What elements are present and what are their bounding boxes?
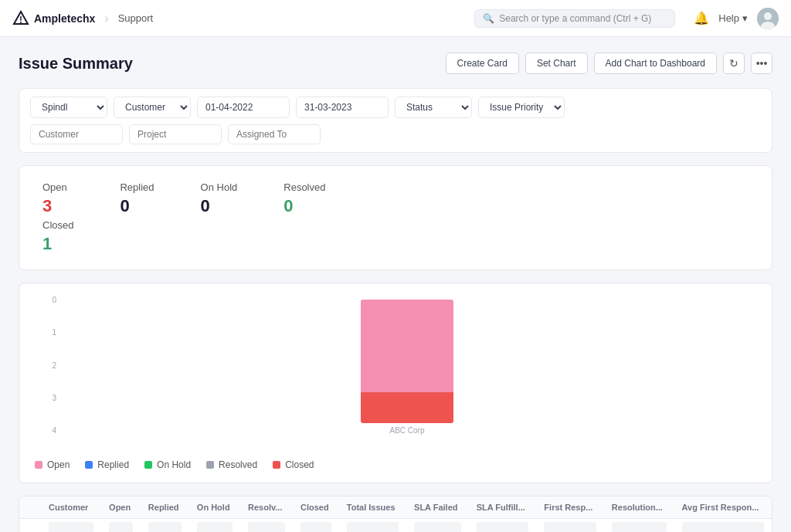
col-customer[interactable]: Customer — [41, 496, 101, 519]
legend-replied: Replied — [85, 459, 129, 470]
y-axis: 4 3 2 1 0 — [35, 296, 56, 435]
bar-label-abccorp: ABC Corp — [389, 426, 424, 435]
nav-separator: › — [104, 12, 108, 25]
assigned-to-input[interactable] — [228, 124, 321, 144]
y-label-1: 1 — [52, 328, 56, 337]
y-label-0: 0 — [52, 296, 56, 304]
more-options-button[interactable]: ••• — [751, 53, 772, 74]
chart-legend: Open Replied On Hold Resolved Closed — [35, 459, 756, 470]
col-num — [19, 496, 41, 519]
stat-resolved-label: Resolved — [283, 181, 325, 193]
table-filter-row — [19, 519, 772, 533]
bar-group-abccorp: ABC Corp — [89, 300, 725, 435]
table-header-row: Customer Open Replied On Hold Resolv... … — [19, 496, 772, 519]
stat-resolved: Resolved 0 — [283, 181, 325, 254]
stat-resolved-value: 0 — [283, 196, 325, 216]
col-resolution[interactable]: Resolution... — [604, 496, 674, 519]
svg-point-4 — [764, 12, 772, 20]
spindl-filter[interactable]: Spindl — [30, 97, 107, 118]
col-replied[interactable]: Replied — [141, 496, 189, 519]
col-onhold[interactable]: On Hold — [189, 496, 240, 519]
svg-point-2 — [20, 22, 22, 23]
page-header: Issue Summary Create Card Set Chart Add … — [19, 53, 772, 74]
data-table: Customer Open Replied On Hold Resolv... … — [19, 496, 772, 532]
help-label: Help — [718, 12, 739, 24]
add-chart-button[interactable]: Add Chart to Dashboard — [594, 53, 717, 74]
legend-label-onhold: On Hold — [157, 459, 191, 470]
brand-logo-icon — [12, 10, 29, 27]
legend-onhold: On Hold — [144, 459, 191, 470]
end-date-input[interactable] — [296, 97, 389, 118]
legend-dot-closed — [273, 461, 280, 469]
stat-replied: Replied 0 — [120, 181, 154, 254]
chart-area: 4 3 2 1 0 ABC Corp — [35, 296, 756, 450]
legend-dot-resolved — [206, 461, 214, 469]
status-filter[interactable]: Status — [395, 97, 472, 118]
col-open[interactable]: Open — [101, 496, 141, 519]
set-chart-button[interactable]: Set Chart — [525, 53, 588, 74]
notification-icon[interactable]: 🔔 — [694, 11, 709, 25]
bar-segment-closed — [361, 392, 453, 423]
legend-resolved: Resolved — [206, 459, 257, 470]
customer-search-input[interactable] — [30, 124, 123, 144]
search-placeholder: Search or type a command (Ctrl + G) — [499, 13, 651, 24]
stat-onhold-value: 0 — [201, 196, 238, 216]
priority-filter[interactable]: Issue Priority — [478, 97, 565, 118]
legend-label-replied: Replied — [97, 459, 129, 470]
legend-label-open: Open — [47, 459, 70, 470]
col-sla-failed[interactable]: SLA Failed — [406, 496, 469, 519]
topnav: Ampletechx › Support 🔍 Search or type a … — [0, 0, 791, 37]
filter-row-1: Spindl Customer Status Issue Priority — [30, 97, 761, 118]
stat-open: Open 3 Closed 1 — [42, 181, 73, 254]
stats-card: Open 3 Closed 1 Replied 0 On Hold 0 Reso… — [19, 165, 772, 270]
col-avg-first[interactable]: Avg First Respon... — [674, 496, 772, 519]
customer-filter[interactable]: Customer — [114, 97, 191, 118]
chevron-down-icon: ▾ — [742, 12, 748, 24]
avatar[interactable] — [757, 8, 779, 29]
col-sla-fulfill[interactable]: SLA Fulfill... — [469, 496, 537, 519]
search-icon: 🔍 — [483, 13, 494, 24]
page-actions: Create Card Set Chart Add Chart to Dashb… — [446, 53, 773, 74]
legend-dot-onhold — [144, 461, 152, 469]
stat-open-label: Open — [42, 181, 73, 193]
bar-stack — [361, 300, 453, 423]
stat-onhold-label: On Hold — [201, 181, 238, 193]
filter-row-2 — [30, 124, 761, 144]
help-button[interactable]: Help ▾ — [718, 12, 748, 24]
nav-section: Support — [118, 12, 154, 24]
stat-onhold: On Hold 0 — [201, 181, 238, 254]
create-card-button[interactable]: Create Card — [446, 53, 519, 74]
col-closed[interactable]: Closed — [293, 496, 339, 519]
search-bar[interactable]: 🔍 Search or type a command (Ctrl + G) — [474, 9, 675, 28]
legend-dot-replied — [85, 461, 93, 469]
stat-open-value: 3 — [42, 196, 73, 216]
filter-panel: Spindl Customer Status Issue Priority — [19, 88, 772, 153]
more-icon: ••• — [756, 57, 768, 69]
y-label-2: 2 — [52, 361, 56, 370]
topnav-right: 🔔 Help ▾ — [694, 8, 779, 29]
legend-label-resolved: Resolved — [219, 459, 257, 470]
col-resolved[interactable]: Resolv... — [240, 496, 293, 519]
project-search-input[interactable] — [129, 124, 222, 144]
col-total[interactable]: Total Issues — [339, 496, 406, 519]
start-date-input[interactable] — [197, 97, 290, 118]
col-first-resp[interactable]: First Resp... — [536, 496, 604, 519]
chart-card: 4 3 2 1 0 ABC Corp — [19, 283, 772, 483]
avatar-icon — [757, 8, 779, 29]
refresh-button[interactable]: ↻ — [723, 53, 745, 74]
brand[interactable]: Ampletechx — [12, 10, 95, 27]
bar-segment-open — [361, 300, 453, 392]
stat-closed-value: 1 — [42, 234, 73, 254]
legend-open: Open — [35, 459, 70, 470]
stat-replied-label: Replied — [120, 181, 154, 193]
stat-closed-label: Closed — [42, 219, 73, 231]
legend-closed: Closed — [273, 459, 314, 470]
refresh-icon: ↻ — [729, 57, 738, 69]
legend-label-closed: Closed — [285, 459, 314, 470]
legend-dot-open — [35, 461, 42, 469]
main-content: Issue Summary Create Card Set Chart Add … — [0, 37, 791, 532]
brand-name: Ampletechx — [34, 12, 95, 25]
chart-bars: ABC Corp — [58, 296, 756, 435]
page-title: Issue Summary — [19, 55, 133, 73]
y-label-3: 3 — [52, 394, 56, 402]
